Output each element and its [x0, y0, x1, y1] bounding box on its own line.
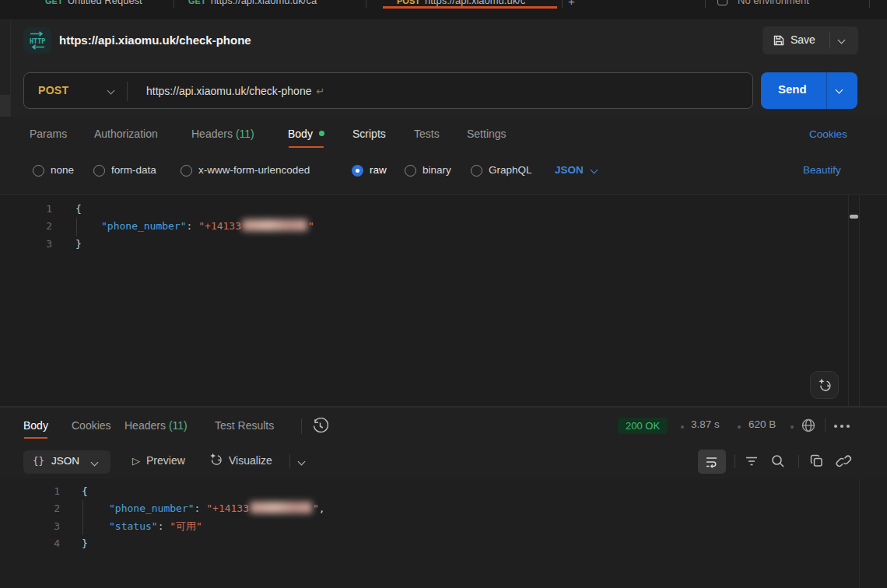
radio-label[interactable]: raw	[370, 164, 387, 176]
request-tabs: ParamsAuthorizationHeaders(11)BodyScript…	[0, 117, 887, 152]
url-input[interactable]: https://api.xiaomu.uk/check-phone↵	[146, 85, 324, 97]
tab-scripts[interactable]: Scripts	[352, 128, 386, 140]
line-number: 3	[0, 518, 60, 535]
chevron-down-icon	[91, 459, 99, 467]
response-tab-cookies[interactable]: Cookies	[72, 419, 111, 432]
response-tabs: BodyCookiesHeaders(11)Test Results 200 O…	[0, 415, 887, 444]
tab-params[interactable]: Params	[30, 128, 67, 140]
send-button[interactable]: Send	[761, 72, 857, 109]
filter-icon[interactable]	[744, 453, 759, 469]
radio-label[interactable]: none	[51, 164, 74, 176]
method-dropdown[interactable]: POST	[38, 84, 68, 96]
cookies-link[interactable]: Cookies	[809, 128, 847, 140]
body-format-dropdown[interactable]: JSON	[555, 164, 584, 176]
network-globe-icon[interactable]	[801, 418, 816, 433]
tab-label: Params	[30, 128, 67, 140]
tab-divider	[174, 0, 174, 8]
tab-divider	[366, 0, 366, 8]
copy-icon[interactable]	[809, 453, 825, 469]
tab-label: Settings	[467, 128, 507, 140]
response-tab-test-results[interactable]: Test Results	[215, 419, 274, 432]
radio-none[interactable]	[33, 165, 44, 177]
response-tab-headers[interactable]: Headers(11)	[124, 419, 188, 432]
code-content: }	[82, 535, 88, 552]
tab-title: https://api.xiaomu.uk/c	[425, 0, 525, 6]
environment-label: No environment	[738, 0, 809, 6]
code-token: "status"	[109, 520, 158, 532]
response-tab-body[interactable]: Body	[23, 419, 48, 432]
code-line: 2"phone_number": "+14133"	[0, 218, 887, 235]
response-format-dropdown[interactable]: {} JSON	[23, 450, 110, 474]
wrap-text-toggle[interactable]	[698, 450, 726, 474]
tab-label: Headers	[191, 128, 233, 140]
code-line: 2"phone_number": "+14133",	[0, 500, 887, 517]
more-views-chevron-icon[interactable]	[298, 458, 306, 466]
link-icon[interactable]	[836, 453, 852, 469]
radio-label[interactable]: GraphQL	[489, 164, 532, 176]
visualize-button[interactable]: Visualize	[209, 452, 229, 467]
tab-label: Cookies	[72, 419, 111, 432]
workspace-tab[interactable]: POSThttps://api.xiaomu.uk/c	[383, 0, 557, 20]
code-content: "status": "可用"	[109, 518, 202, 535]
postbot-sparkle-button[interactable]	[810, 371, 839, 399]
radio-GraphQL[interactable]	[471, 165, 482, 177]
response-toolbar: {} JSON ▷Preview Visualize	[0, 450, 887, 479]
enter-hint-icon: ↵	[316, 86, 324, 97]
response-history-icon[interactable]	[312, 418, 328, 434]
environment-icon	[717, 0, 727, 5]
workspace-tab-bar: GETUntitled RequestGEThttps://api.xiaomu…	[0, 0, 887, 20]
radio-label[interactable]: form-data	[111, 164, 156, 176]
tab-method-label: POST	[397, 0, 420, 5]
svg-text:HTTP: HTTP	[30, 37, 45, 45]
code-content: "phone_number": "+14133"	[101, 218, 314, 235]
more-options-icon[interactable]	[834, 425, 850, 428]
radio-raw[interactable]	[352, 165, 363, 177]
status-badge: 200 OK	[618, 418, 668, 434]
preview-button[interactable]: ▷Preview	[132, 454, 185, 467]
redacted-text	[242, 219, 307, 231]
radio-binary[interactable]	[405, 165, 416, 177]
code-token: {	[82, 485, 88, 497]
redacted-text	[250, 502, 312, 513]
code-content: {	[82, 483, 88, 500]
new-tab-button[interactable]: +	[568, 0, 575, 8]
method-chevron-icon[interactable]	[107, 87, 115, 95]
response-body-editor[interactable]: 1{2"phone_number": "+14133",3"status": "…	[0, 479, 887, 588]
tab-label: Headers	[124, 419, 166, 432]
divider	[798, 455, 799, 468]
radio-label[interactable]: binary	[422, 164, 451, 176]
radio-form-data[interactable]	[93, 165, 105, 177]
line-number: 1	[0, 483, 60, 500]
tab-headers[interactable]: Headers(11)	[191, 128, 254, 140]
search-icon[interactable]	[770, 453, 786, 469]
code-token: {	[75, 203, 82, 215]
dot-separator	[738, 425, 741, 429]
workspace-tab[interactable]: GETUntitled Request	[31, 0, 174, 20]
code-line: 4}	[0, 535, 887, 552]
workspace-tab-label: GETUntitled Request	[45, 0, 142, 6]
tab-body[interactable]: Body	[288, 128, 324, 140]
scrollbar-track	[859, 479, 860, 588]
indent-guide	[76, 218, 77, 235]
code-token: :	[187, 220, 199, 232]
code-token: }	[75, 238, 82, 250]
unsaved-dot-icon	[319, 131, 324, 136]
save-button[interactable]: Save	[763, 26, 858, 54]
tab-label: Body	[23, 419, 48, 432]
save-options-chevron-icon[interactable]	[838, 37, 846, 44]
tab-authorization[interactable]: Authorization	[94, 128, 158, 140]
code-content: "phone_number": "+14133",	[109, 500, 325, 517]
tab-tests[interactable]: Tests	[414, 128, 440, 140]
scrollbar-track	[848, 195, 849, 406]
tab-settings[interactable]: Settings	[467, 128, 507, 140]
radio-x-www-form-urlencoded[interactable]	[181, 165, 192, 177]
workspace-tab[interactable]: GEThttps://api.xiaomu.uk/ca	[174, 0, 363, 20]
format-chevron-icon[interactable]	[591, 166, 598, 174]
send-label: Send	[778, 82, 807, 96]
scrollbar-thumb[interactable]	[850, 215, 858, 219]
beautify-link[interactable]: Beautify	[803, 164, 841, 176]
request-body-editor[interactable]: 1{2"phone_number": "+14133"3}	[0, 194, 887, 407]
radio-label[interactable]: x-www-form-urlencoded	[198, 164, 310, 176]
braces-icon: {}	[33, 455, 44, 467]
send-options-chevron-icon[interactable]	[836, 86, 843, 94]
